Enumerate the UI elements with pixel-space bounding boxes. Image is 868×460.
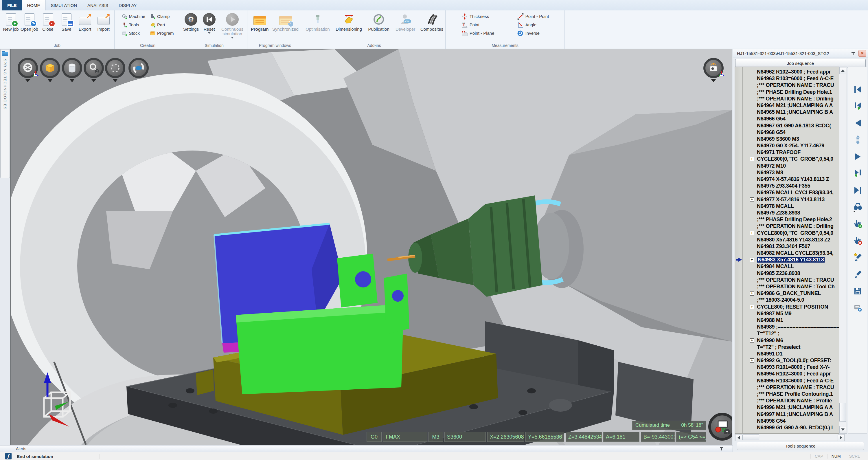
gcode-line[interactable]: N64982 MCALL CYCLE83(93.34,: [743, 250, 839, 257]
scroll-right-button[interactable]: [838, 434, 844, 441]
skip-to-end-button[interactable]: [852, 184, 864, 196]
gcode-line[interactable]: N64974 X-57.4816 Y143.8113 Z: [743, 176, 839, 183]
gcode-line[interactable]: ;*** OPERATION NAME : Tool Ch: [743, 283, 839, 290]
gcode-line[interactable]: N64999 G1 G90 A-90. B=DC(0.) I: [743, 424, 839, 431]
gcode-line[interactable]: N64965 M11 ;UNCLAMPING B A: [743, 109, 839, 116]
create-part-button[interactable]: Part: [149, 21, 175, 29]
vertical-scroll-thumb[interactable]: [839, 403, 846, 422]
expand-plus-icon[interactable]: +: [750, 358, 754, 363]
vertical-scrollbar[interactable]: [839, 66, 847, 434]
simulation-settings-button[interactable]: ⚙ Settings: [181, 11, 200, 41]
tab-simulation[interactable]: SIMULATION: [46, 0, 83, 10]
gcode-line[interactable]: N64998 G54: [743, 418, 839, 424]
play-backward-button[interactable]: [852, 117, 864, 129]
scroll-down-button[interactable]: [839, 426, 846, 433]
gcode-line[interactable]: N64997 M11 ;UNCLAMPING B A: [743, 411, 839, 418]
gcode-line[interactable]: N64972 M10: [743, 163, 839, 169]
gcode-line[interactable]: N64973 M8: [743, 169, 839, 176]
scroll-left-button[interactable]: [735, 434, 742, 441]
play-back-to-tool-button[interactable]: [852, 100, 864, 112]
pin-icon[interactable]: [851, 51, 856, 56]
gcode-line[interactable]: ;*** PHASE Drilling Deep Hole.1: [743, 89, 839, 95]
gcode-line[interactable]: +N64977 X-57.4816 Y143.8113: [743, 196, 839, 203]
tab-display[interactable]: DISPLAY: [114, 0, 142, 10]
play-forward-button[interactable]: [852, 151, 864, 163]
gcode-line[interactable]: ;*** OPERATION NAME : Drilling: [743, 223, 839, 230]
gcode-line[interactable]: N64989 ;======================: [743, 324, 839, 330]
gcode-line[interactable]: +N64986 G_BACK_TUNNEL: [743, 290, 839, 297]
save-button[interactable]: ▬ Save: [58, 11, 75, 41]
snapshot-camera-dropdown[interactable]: [711, 79, 716, 82]
expand-plus-icon[interactable]: +: [750, 258, 754, 262]
gcode-line[interactable]: N64991 D1: [743, 351, 839, 357]
alerts-pin-icon[interactable]: [719, 446, 724, 451]
annotate-pencil-star-button[interactable]: [852, 252, 864, 263]
measure-point-button[interactable]: xyz Point: [460, 21, 514, 29]
gcode-line[interactable]: N64984 MCALL: [743, 263, 839, 270]
gcode-line[interactable]: N64996 M21 ;UNCLAMPING A A: [743, 404, 839, 411]
gcode-line[interactable]: N64987 M5 M9: [743, 310, 839, 317]
export-button[interactable]: ↗ Export: [76, 11, 94, 41]
gcode-line[interactable]: N64970 G0 X-254. Y117.4679: [743, 142, 839, 149]
save-state-button[interactable]: [852, 285, 864, 297]
refresh-view-button[interactable]: [128, 58, 149, 78]
tools-sequence-button[interactable]: Tools sequence: [737, 442, 864, 450]
import-button[interactable]: ↗ Import: [95, 11, 113, 41]
display-mode-button[interactable]: [40, 58, 60, 78]
new-job-button[interactable]: + New job: [2, 11, 20, 41]
gcode-line[interactable]: T="T12" ;: [743, 330, 839, 337]
view-orientation-dropdown[interactable]: [26, 79, 30, 82]
create-program-button[interactable]: Program: [149, 29, 175, 37]
gcode-line[interactable]: N64979 Z236.8938: [743, 209, 839, 216]
expand-plus-icon[interactable]: +: [750, 291, 754, 295]
speed-control-button[interactable]: [852, 134, 864, 146]
program-window-button[interactable]: Program: [250, 11, 270, 41]
skip-to-start-button[interactable]: [852, 84, 864, 95]
gcode-line[interactable]: N64980 X57.4816 Y143.8113 Z2: [743, 236, 839, 243]
zoom-selection-button[interactable]: [84, 58, 104, 78]
gcode-line[interactable]: ;*** 18003-24004-5.0: [743, 297, 839, 304]
rotation-mode-dropdown[interactable]: [113, 79, 118, 82]
gcode-line[interactable]: +N64992 G_TOOL(0,0); OFFSET:: [743, 357, 839, 364]
gcode-line[interactable]: N64971 TRAFOOF: [743, 149, 839, 156]
continuous-simulation-button[interactable]: Continuous simulation: [218, 11, 247, 41]
job-sequence-header-button[interactable]: Job sequence: [735, 59, 866, 67]
developer-button[interactable]: ACNU Developer: [393, 11, 418, 41]
gcode-line[interactable]: N64969 S3600 M3: [743, 136, 839, 142]
gcode-line[interactable]: ;*** OPERATION NAME : Drilling: [743, 95, 839, 102]
stock-display-button[interactable]: [62, 58, 82, 78]
horizontal-scrollbar[interactable]: [735, 434, 845, 441]
create-stock-button[interactable]: Stock: [120, 29, 146, 37]
reset-dropdown-arrow[interactable]: [208, 32, 211, 34]
gcode-line[interactable]: +CYCLE800(0,"TC_GROB",0,54,0: [743, 156, 839, 163]
remove-breakpoint-hand-button[interactable]: [852, 235, 864, 246]
alerts-bar[interactable]: Alerts: [0, 445, 733, 452]
stock-display-dropdown[interactable]: [70, 79, 74, 82]
gcode-line[interactable]: N64966 G54: [743, 116, 839, 122]
create-tools-button[interactable]: Tools: [120, 21, 146, 29]
measure-inverse-button[interactable]: Inverse: [516, 29, 550, 37]
gcode-line[interactable]: ;*** OPERATION NAME : TRACU: [743, 277, 839, 283]
gcode-line[interactable]: N64993 R101=8000 ; Feed X-Y-: [743, 364, 839, 371]
gcode-line[interactable]: ;*** OPERATION NAME : TRACU: [743, 384, 839, 391]
gcode-line[interactable]: N64976 MCALL CYCLE83(93.34,: [743, 189, 839, 196]
tab-home[interactable]: HOME: [22, 0, 46, 10]
gcode-line[interactable]: N64994 R102=3000 ; Feed appr: [743, 371, 839, 377]
tab-analysis[interactable]: ANALYSIS: [82, 0, 114, 10]
gcode-line[interactable]: ;*** PHASE Drilling Deep Hole.2: [743, 216, 839, 223]
gcode-line[interactable]: N64964 M21 ;UNCLAMPING A A: [743, 102, 839, 109]
gcode-line[interactable]: +N64983 X57.4816 Y143.8113: [743, 257, 839, 263]
publication-button[interactable]: Publication: [365, 11, 392, 41]
edit-pencil-button[interactable]: [852, 268, 864, 280]
gcode-line[interactable]: ;*** OPERATION NAME : TRACU: [743, 82, 839, 89]
measure-point-plane-button[interactable]: Point - Plane: [460, 29, 514, 37]
gcode-line[interactable]: +N64990 M6: [743, 337, 839, 344]
composites-button[interactable]: Composites: [418, 11, 445, 41]
continuous-simulation-dropdown-arrow[interactable]: [231, 37, 234, 38]
close-icon[interactable]: ✕: [859, 50, 866, 57]
gcode-line[interactable]: N64963 R103=6000 ; Feed A-C-E: [743, 75, 839, 82]
create-clamp-button[interactable]: Clamp: [149, 12, 175, 21]
zoom-selection-dropdown[interactable]: [91, 79, 96, 82]
measure-thickness-button[interactable]: Thickness: [460, 12, 514, 21]
gcode-line[interactable]: T="T2" ; Preselect: [743, 344, 839, 351]
